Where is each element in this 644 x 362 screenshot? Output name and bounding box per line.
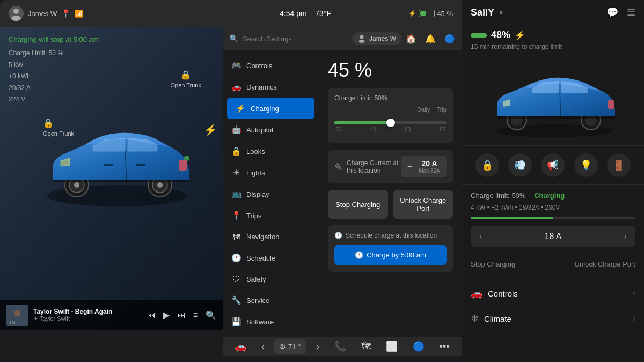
nav-item-display[interactable]: 📺 Display xyxy=(223,183,319,205)
nav-item-navigation[interactable]: 🗺 Navigation xyxy=(223,226,319,247)
decrease-current-button[interactable]: − xyxy=(407,162,412,172)
battery-fill xyxy=(420,11,426,16)
nav-item-lights[interactable]: ☀ Lights xyxy=(223,162,319,183)
navigation-icon: 🗺 xyxy=(231,232,241,241)
temperature: 73°F xyxy=(315,9,331,18)
fan-icon: 💨 xyxy=(508,153,532,177)
phone-green-bar-container xyxy=(471,217,635,219)
search-music-button[interactable]: 🔍 xyxy=(206,310,216,320)
current-control: − 20 A Max 32A xyxy=(401,156,447,177)
prev-button[interactable]: ⏮ xyxy=(147,311,156,320)
bluetooth-icon[interactable]: 🔵 xyxy=(444,34,455,44)
search-bar: 🔍 James W 🏠 🔔 🔵 xyxy=(223,27,462,50)
taskbar-phone-icon[interactable]: 📞 xyxy=(329,337,352,356)
mark-60: 60 xyxy=(405,127,411,132)
phone-stop-charging-button[interactable]: Stop Charging xyxy=(471,260,515,268)
phone-charge-details: Charge limit: 50% · Charging 4 kW • +2 k… xyxy=(462,185,644,260)
battery-bolt: ⚡ xyxy=(408,10,416,17)
taskbar-back-icon[interactable]: ‹ xyxy=(256,338,270,356)
trunk-icon: 🔒 xyxy=(171,70,201,80)
home-icon[interactable]: 🏠 xyxy=(406,34,416,44)
increase-amp-button[interactable]: › xyxy=(624,232,627,241)
nav-item-charging[interactable]: ⚡ Charging xyxy=(227,98,314,119)
taskbar-forward-icon[interactable]: › xyxy=(311,338,325,356)
bell-icon[interactable]: 🔔 xyxy=(425,34,436,44)
taskbar-temp[interactable]: ⚙ 71 ° xyxy=(274,339,306,354)
phone-charge-time: 15 min remaining to charge limit xyxy=(471,43,635,50)
dynamics-icon: 🚗 xyxy=(231,82,241,92)
phone-charge-limit-row: Charge limit: 50% · Charging xyxy=(471,191,635,200)
stop-charging-button[interactable]: Stop Charging xyxy=(328,190,388,219)
looks-icon: 🔒 xyxy=(231,146,241,156)
lights-flash-icon: 💡 xyxy=(574,153,598,177)
main-content: Charging will stop at 5:00 am Charge Lim… xyxy=(0,27,462,330)
svg-point-1 xyxy=(11,16,21,21)
software-icon: 💾 xyxy=(231,317,241,327)
temp-value: 71 xyxy=(288,343,296,351)
quick-action-trunk-phone[interactable]: 🚪 xyxy=(607,153,631,177)
quick-action-lights-flash[interactable]: 💡 xyxy=(574,153,598,177)
phone-unlock-port-button[interactable]: Unlock Charge Port xyxy=(575,260,635,268)
temp-unit: ° xyxy=(298,343,301,351)
nav-item-safety[interactable]: 🛡 Safety xyxy=(223,269,319,290)
taskbar-more-icon[interactable]: ••• xyxy=(434,338,455,356)
phone-menu-icon[interactable]: ☰ xyxy=(627,6,635,18)
nav-item-controls[interactable]: 🎮 Controls xyxy=(223,55,319,76)
taskbar-bluetooth-icon[interactable]: 🔵 xyxy=(407,337,430,356)
nav-item-software[interactable]: 💾 Software xyxy=(223,311,319,333)
phone-username: SallY xyxy=(471,7,494,18)
nav-item-looks[interactable]: 🔒 Looks xyxy=(223,141,319,162)
quick-action-lock[interactable]: 🔒 xyxy=(475,153,499,177)
charge-percent-display: 45 % xyxy=(328,59,453,82)
search-icon: 🔍 xyxy=(229,34,238,43)
charge-by-icon: 🕐 xyxy=(355,251,363,259)
nav-item-schedule[interactable]: 🕐 Schedule xyxy=(223,247,319,269)
phone-header: SallY ∨ 💬 ☰ xyxy=(462,0,644,23)
charge-limit-label-text: Charge Limit: 50% xyxy=(334,94,447,102)
slider-thumb[interactable] xyxy=(386,119,395,127)
nav-item-dynamics[interactable]: 🚗 Dynamics xyxy=(223,76,319,98)
quick-action-fan[interactable]: 💨 xyxy=(508,153,532,177)
settings-panel: 🔍 James W 🏠 🔔 🔵 🎮 xyxy=(223,27,462,330)
driver-name: James W xyxy=(28,10,57,18)
trips-label: Trips xyxy=(246,212,261,220)
phone-header-icons: 💬 ☰ xyxy=(606,6,635,18)
queue-button[interactable]: ≡ xyxy=(193,311,198,320)
open-trunk-label[interactable]: 🔒 Open Trunk xyxy=(171,70,201,88)
nav-item-service[interactable]: 🔧 Service xyxy=(223,290,319,311)
phone-green-fill xyxy=(471,217,553,219)
phone-section-climate[interactable]: ❄ Climate › xyxy=(471,306,635,331)
dynamics-label: Dynamics xyxy=(246,83,277,91)
lock-icon: 🔒 xyxy=(475,153,499,177)
phone-section-controls[interactable]: 🚗 Controls › xyxy=(471,281,635,306)
phone-chat-icon[interactable]: 💬 xyxy=(606,6,618,18)
top-bar-left: James W 📍 📶 xyxy=(9,6,202,21)
chip-user-name: James W xyxy=(369,35,396,42)
phone-user-chevron-icon[interactable]: ∨ xyxy=(499,9,503,16)
slider-marks: 20 40 60 80 xyxy=(334,127,447,132)
daily-tab[interactable]: Daily xyxy=(417,106,430,113)
quick-action-horn[interactable]: 📢 xyxy=(541,153,565,177)
search-input[interactable] xyxy=(243,35,348,43)
charge-slider-container[interactable]: 20 40 60 80 xyxy=(334,117,447,137)
trip-tab[interactable]: Trip xyxy=(436,106,447,113)
display-icon: 📺 xyxy=(231,189,241,199)
current-display: 20 A Max 32A xyxy=(419,159,440,174)
phone-charge-limit-text: Charge limit: 50% xyxy=(471,191,526,200)
nav-item-trips[interactable]: 📍 Trips xyxy=(223,205,319,226)
tesla-screen: James W 📍 📶 4:54 pm 73°F ⚡ 45 % Charging xyxy=(0,0,462,362)
next-button[interactable]: ⏭ xyxy=(177,311,186,320)
driver-avatar xyxy=(9,6,24,21)
power: 5 kW xyxy=(9,60,214,71)
nav-item-autopilot[interactable]: 🤖 Autopilot xyxy=(223,119,319,141)
taskbar-camera-icon[interactable]: 📷 xyxy=(459,337,462,356)
taskbar-car-icon[interactable]: 🚗 xyxy=(229,337,252,356)
phone-stop-unlock: Stop Charging Unlock Charge Port xyxy=(462,260,644,275)
play-button[interactable]: ▶ xyxy=(163,310,170,320)
user-chip[interactable]: James W xyxy=(352,32,401,45)
decrease-amp-button[interactable]: ‹ xyxy=(479,232,482,241)
charge-by-button[interactable]: 🕐 Charge by 5:00 am xyxy=(334,245,447,265)
unlock-port-button[interactable]: Unlock Charge Port xyxy=(393,190,453,219)
taskbar-home-icon[interactable]: ⬜ xyxy=(380,337,403,356)
taskbar-maps-icon[interactable]: 🗺 xyxy=(356,338,376,356)
